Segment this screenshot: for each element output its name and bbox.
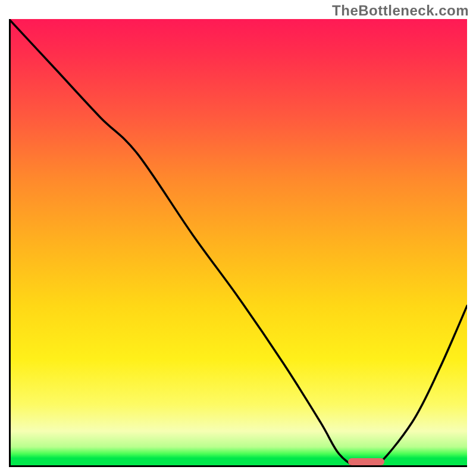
- minimum-marker: [348, 458, 385, 465]
- plot-area: [9, 19, 467, 467]
- bottleneck-curve: [9, 19, 467, 467]
- watermark-text: TheBottleneck.com: [332, 2, 469, 19]
